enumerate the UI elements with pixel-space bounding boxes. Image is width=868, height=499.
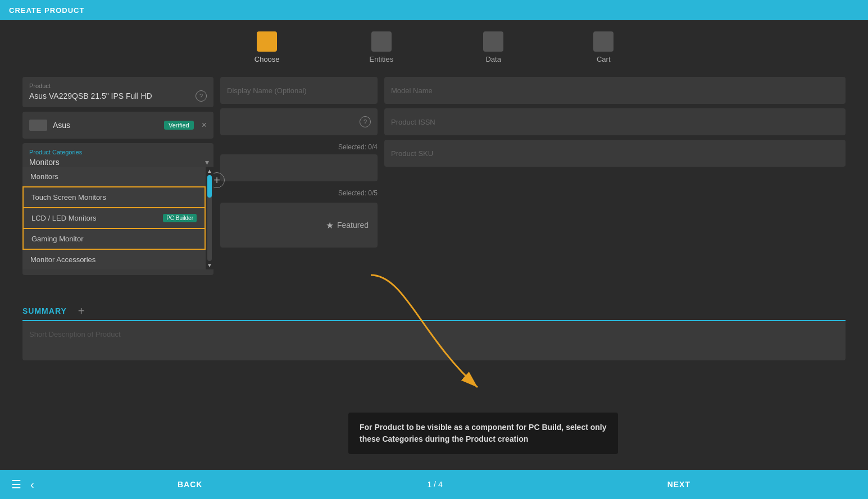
main-content: Choose Entities Data Cart Product Asus V… [0, 20, 868, 470]
brand-icon [29, 120, 47, 131]
star-icon: ★ [326, 220, 334, 231]
page-title: CREATE PRODUCT [9, 6, 84, 15]
product-issn-input[interactable] [384, 108, 846, 135]
categories-input[interactable] [29, 158, 205, 167]
categories-label: Product Categories [22, 149, 213, 155]
product-label: Product [29, 83, 51, 89]
callout-box: For Product to be visible as a component… [348, 413, 618, 454]
dropdown-item-monitors-label: Monitors [30, 172, 58, 181]
selected-count-bottom: Selected: 0/5 [220, 186, 378, 200]
featured-label-container: ★ Featured [326, 220, 369, 231]
chevron-left-icon[interactable]: ‹ [30, 478, 34, 491]
summary-tabs: SUMMARY + [22, 302, 846, 321]
categories-wrapper: Product Categories ▾ Monitors [22, 143, 213, 275]
categories-input-row: ▾ [22, 158, 213, 167]
top-bar: CREATE PRODUCT [0, 0, 868, 20]
back-button[interactable]: BACK [178, 480, 202, 489]
dropdown-item-lcd-label: LCD / LED Monitors [31, 214, 97, 222]
next-button[interactable]: NEXT [667, 480, 690, 489]
dropdown-item-gaming[interactable]: Gaming Monitor [22, 229, 206, 250]
dropdown-item-accessories-label: Monitor Accessories [30, 255, 96, 264]
summary-section: SUMMARY + Short Description of Product [22, 302, 846, 360]
selected-count-bottom-value: Selected: 0/5 [338, 189, 378, 197]
middle-column: ? Selected: 0/4 Selected: 0/5 ★ Featured [220, 77, 378, 275]
product-sku-input[interactable] [384, 140, 846, 167]
scroll-thumb [207, 175, 212, 198]
verified-badge: Verified [164, 121, 194, 130]
step-entities-label: Entities [370, 55, 394, 63]
page-indicator: 1 / 4 [427, 480, 442, 489]
step-entities-box [371, 31, 392, 52]
step-choose[interactable]: Choose [255, 31, 280, 63]
display-name-input[interactable] [220, 77, 378, 104]
callout-text: For Product to be visible as a component… [360, 423, 607, 443]
form-row-1: Product Asus VA229QSB 21.5" IPS Full HD … [22, 77, 846, 275]
summary-add-button[interactable]: + [78, 305, 85, 318]
wizard-steps: Choose Entities Data Cart [22, 31, 846, 63]
scroll-up-icon[interactable]: ▲ [207, 168, 212, 174]
dropdown-item-gaming-label: Gaming Monitor [31, 235, 83, 243]
step-entities[interactable]: Entities [370, 31, 394, 63]
step-cart-label: Cart [597, 55, 611, 63]
dropdown-scrollbar: ▲ ▼ [206, 167, 213, 269]
step-data-box [483, 31, 503, 52]
product-question-button[interactable]: ? [196, 90, 207, 102]
summary-tab[interactable]: SUMMARY [22, 302, 67, 320]
dropdown-item-touchscreen-label: Touch Screen Monitors [31, 193, 106, 202]
step-data[interactable]: Data [483, 31, 503, 63]
featured-area: ★ Featured [220, 203, 378, 248]
summary-placeholder: Short Description of Product [29, 330, 121, 338]
brand-row: Asus Verified × [22, 112, 213, 139]
selected-count-top: Selected: 0/4 [220, 140, 378, 154]
step-data-label: Data [485, 55, 501, 63]
bottom-bar: ☰ ‹ BACK 1 / 4 NEXT [0, 470, 868, 499]
dropdown-arrow-icon[interactable]: ▾ [205, 158, 209, 167]
product-name-value: Asus VA229QSB 21.5" IPS Full HD [29, 91, 191, 100]
dropdown-items: Monitors Touch Screen Monitors LCD / LED… [22, 167, 206, 269]
middle-question-button[interactable]: ? [360, 116, 371, 127]
product-field: Product Asus VA229QSB 21.5" IPS Full HD … [22, 77, 213, 107]
model-name-input[interactable] [384, 77, 846, 104]
product-field-row: Asus VA229QSB 21.5" IPS Full HD ? [29, 90, 207, 102]
step-cart-box [593, 31, 613, 52]
pc-builder-badge: PC Builder [163, 214, 197, 222]
dropdown-item-touchscreen[interactable]: Touch Screen Monitors [22, 186, 206, 208]
dropdown-item-monitors[interactable]: Monitors [22, 167, 206, 186]
scroll-down-icon[interactable]: ▼ [207, 262, 212, 268]
step-cart[interactable]: Cart [593, 31, 613, 63]
left-column: Product Asus VA229QSB 21.5" IPS Full HD … [22, 77, 213, 275]
right-column [384, 77, 846, 275]
step-choose-label: Choose [255, 55, 280, 63]
selected-count-top-value: Selected: 0/4 [338, 143, 378, 151]
bottom-left: ☰ ‹ [0, 478, 146, 491]
close-brand-button[interactable]: × [202, 120, 207, 130]
categories-section: Product Categories ▾ Monitors [22, 143, 213, 275]
dropdown-item-lcd[interactable]: LCD / LED Monitors PC Builder [22, 208, 206, 229]
bottom-center: BACK 1 / 4 NEXT [146, 480, 722, 489]
empty-area-1 [220, 154, 378, 181]
summary-content: Short Description of Product [22, 321, 846, 360]
hamburger-icon[interactable]: ☰ [11, 478, 21, 491]
scroll-track [207, 175, 212, 261]
brand-name: Asus [53, 121, 158, 130]
question-section: ? [220, 108, 378, 135]
dropdown-item-accessories[interactable]: Monitor Accessories [22, 250, 206, 269]
step-choose-box [257, 31, 277, 52]
featured-label-text: Featured [337, 221, 369, 230]
dropdown-list: Monitors Touch Screen Monitors LCD / LED… [22, 167, 213, 269]
